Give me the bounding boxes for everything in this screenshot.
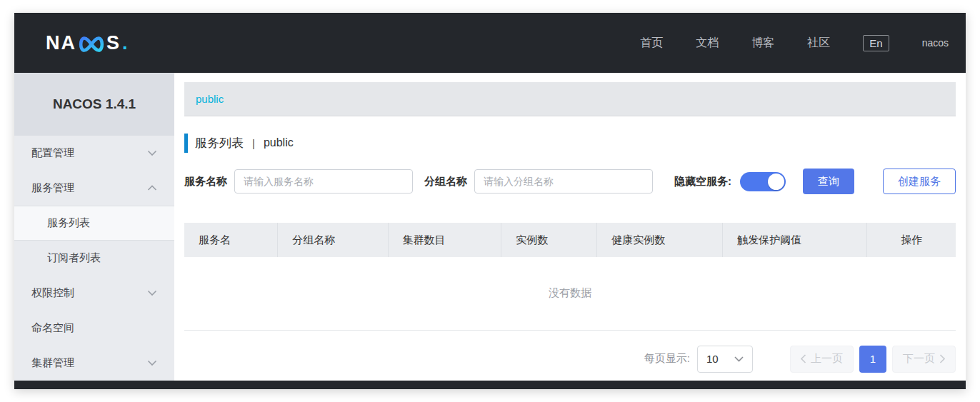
title-accent-bar <box>184 134 188 153</box>
sidebar-item-label: 配置管理 <box>31 146 74 160</box>
create-service-button[interactable]: 创建服务 <box>883 169 956 194</box>
sidebar-item-label: 权限控制 <box>31 286 74 300</box>
chevron-up-icon <box>147 185 157 191</box>
empty-state-text: 没有数据 <box>184 257 956 330</box>
sidebar-version-title: NACOS 1.4.1 <box>14 73 174 136</box>
logo-text-right: S <box>106 32 121 54</box>
main-content: public 服务列表 | public 服务名称 分组名称 隐藏空服务: <box>174 73 966 381</box>
chevron-down-icon <box>147 150 157 156</box>
next-page-label: 下一页 <box>903 352 935 366</box>
pagination: 每页显示: 10 上一页 1 下一页 <box>184 339 956 379</box>
col-service-name: 服务名 <box>184 223 278 257</box>
username-menu[interactable]: nacos <box>922 37 949 49</box>
chevron-down-icon <box>734 356 744 362</box>
group-name-input[interactable] <box>474 169 653 194</box>
chevron-down-icon <box>147 360 157 366</box>
sidebar-item-label: 订阅者列表 <box>47 251 101 265</box>
namespace-tabbar: public <box>184 82 956 116</box>
page-size-label: 每页显示: <box>644 352 690 366</box>
window-bottom-strip <box>14 381 966 389</box>
hide-empty-service-toggle[interactable] <box>740 172 786 191</box>
sidebar-item-label: 服务管理 <box>31 181 74 195</box>
col-protect-threshold: 触发保护阈值 <box>723 223 867 257</box>
top-navbar: NA S . 首页 文档 博客 社区 En nacos <box>14 13 966 73</box>
next-page-button[interactable]: 下一页 <box>892 346 956 373</box>
logo-text-left: NA <box>46 32 76 54</box>
sidebar-item-config-management[interactable]: 配置管理 <box>14 136 174 171</box>
sidebar-item-label: 集群管理 <box>31 356 74 370</box>
service-name-label: 服务名称 <box>184 175 227 189</box>
service-table: 服务名 分组名称 集群数目 实例数 健康实例数 触发保护阈值 操作 没有数据 <box>184 223 956 331</box>
app-window: NA S . 首页 文档 博客 社区 En nacos NACOS 1.4. <box>14 13 966 389</box>
page-size-value: 10 <box>706 353 719 365</box>
sidebar-item-subscriber-list[interactable]: 订阅者列表 <box>14 241 174 276</box>
toggle-knob <box>768 174 784 190</box>
page-title: 服务列表 | public <box>184 133 956 153</box>
col-instance-count: 实例数 <box>501 223 597 257</box>
col-healthy-instance-count: 健康实例数 <box>597 223 723 257</box>
hide-empty-service-label: 隐藏空服务: <box>674 175 731 189</box>
namespace-tab-public[interactable]: public <box>196 93 224 105</box>
title-separator: | <box>252 137 255 149</box>
current-page-button[interactable]: 1 <box>859 346 886 373</box>
table-empty-row: 没有数据 <box>184 257 956 330</box>
sidebar-item-auth-control[interactable]: 权限控制 <box>14 276 174 311</box>
search-button[interactable]: 查询 <box>803 169 854 194</box>
sidebar-item-service-management[interactable]: 服务管理 <box>14 171 174 206</box>
prev-page-label: 上一页 <box>811 352 843 366</box>
service-name-input[interactable] <box>234 169 413 194</box>
sidebar: NACOS 1.4.1 配置管理 服务管理 服务列表 订阅者列表 权限控制 <box>14 73 174 381</box>
logo-dot: . <box>122 32 128 54</box>
filter-actions: 隐藏空服务: 查询 创建服务 <box>674 169 956 194</box>
sidebar-item-cluster-management[interactable]: 集群管理 <box>14 346 174 381</box>
sidebar-item-service-list[interactable]: 服务列表 <box>14 206 174 241</box>
prev-page-button[interactable]: 上一页 <box>790 346 854 373</box>
col-operation: 操作 <box>867 223 956 257</box>
filter-form: 服务名称 分组名称 隐藏空服务: 查询 创建服务 <box>184 169 956 194</box>
page-size-select[interactable]: 10 <box>697 346 753 373</box>
sidebar-menu: 配置管理 服务管理 服务列表 订阅者列表 权限控制 命 <box>14 136 174 381</box>
infinity-icon <box>77 35 106 54</box>
language-switch-button[interactable]: En <box>863 35 889 51</box>
page-title-namespace: public <box>264 136 294 149</box>
chevron-down-icon <box>147 290 157 296</box>
sidebar-item-label: 服务列表 <box>47 216 90 230</box>
nav-link-docs[interactable]: 文档 <box>696 36 719 51</box>
group-name-label: 分组名称 <box>424 175 467 189</box>
chevron-right-icon <box>939 354 945 363</box>
nav-link-home[interactable]: 首页 <box>640 36 663 51</box>
table-header-row: 服务名 分组名称 集群数目 实例数 健康实例数 触发保护阈值 操作 <box>184 223 956 257</box>
nacos-logo[interactable]: NA S . <box>46 32 128 54</box>
chevron-left-icon <box>801 354 806 363</box>
sidebar-item-label: 命名空间 <box>31 321 74 335</box>
nav-link-community[interactable]: 社区 <box>807 36 830 51</box>
navbar-links: 首页 文档 博客 社区 En nacos <box>607 35 949 51</box>
col-cluster-count: 集群数目 <box>388 223 501 257</box>
page-title-text: 服务列表 <box>195 135 244 151</box>
sidebar-item-namespace[interactable]: 命名空间 <box>14 311 174 346</box>
nav-link-blog[interactable]: 博客 <box>751 36 774 51</box>
col-group-name: 分组名称 <box>278 223 388 257</box>
